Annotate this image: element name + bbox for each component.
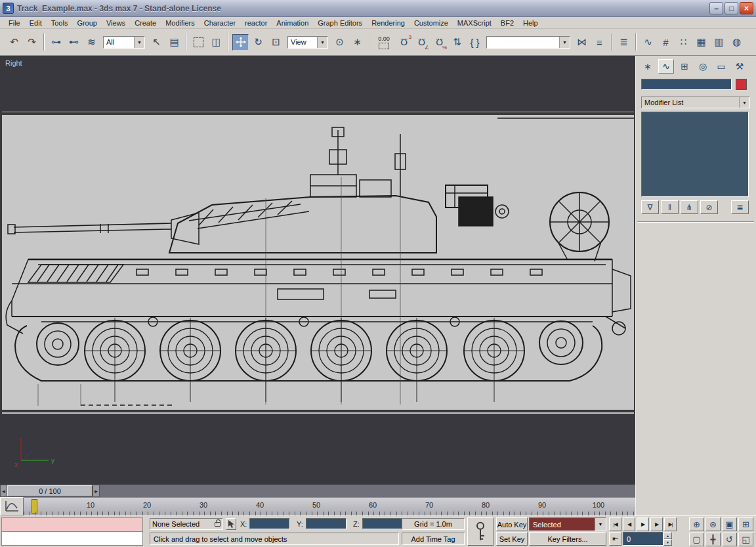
maxscript-mini-listener-macro[interactable]	[1, 517, 143, 532]
zoom-extents-icon[interactable]: ▣	[722, 517, 737, 531]
menu-modifiers[interactable]: Modifiers	[161, 18, 200, 28]
selection-filter-dropdown[interactable]: All ▼	[103, 36, 145, 49]
minimize-button[interactable]: –	[709, 2, 723, 14]
menu-character[interactable]: Character	[200, 18, 240, 28]
current-frame-field[interactable]: 0	[623, 532, 663, 546]
z-coordinate-field[interactable]	[362, 518, 403, 529]
pin-stack-button[interactable]: ∇	[641, 200, 659, 214]
unlink-selection-icon[interactable]: ⊷	[66, 34, 82, 51]
time-slider-handle[interactable]: 0 / 100	[7, 485, 93, 496]
curve-editor-icon[interactable]: ∿	[640, 34, 656, 51]
viewport-right[interactable]: Right	[0, 56, 635, 485]
object-color-swatch[interactable]	[736, 79, 747, 90]
tab-display-icon[interactable]: ▭	[713, 59, 729, 74]
menu-animation[interactable]: Animation	[272, 18, 313, 28]
set-key-button[interactable]: Set Key	[496, 532, 528, 546]
remove-modifier-button[interactable]: ⊘	[700, 200, 718, 214]
select-object-icon[interactable]: ↖	[148, 34, 165, 51]
menu-customize[interactable]: Customize	[410, 18, 453, 28]
named-selection-dropdown[interactable]: ▼	[486, 36, 570, 49]
make-unique-button[interactable]: ⋔	[681, 200, 698, 214]
select-and-manipulate-icon[interactable]: ∗	[349, 34, 366, 51]
quick-render-icon[interactable]: ◍	[728, 34, 745, 51]
go-to-end-button[interactable]: ▶|	[664, 517, 677, 531]
material-editor-icon[interactable]: ∷	[675, 34, 692, 51]
object-name-input[interactable]	[641, 79, 732, 90]
chevron-down-icon[interactable]: ▼	[595, 518, 606, 531]
min-max-toggle-icon[interactable]: ◱	[738, 533, 753, 546]
arc-rotate-icon[interactable]: ↺	[722, 533, 737, 546]
undo-icon[interactable]: ↶	[6, 34, 22, 51]
menu-tools[interactable]: Tools	[47, 18, 73, 28]
track-bar-ruler[interactable]: 10 20 30 40 50 60 70 80 90 100	[24, 497, 635, 515]
selection-lock-icon[interactable]	[215, 522, 220, 527]
select-and-link-icon[interactable]: ⊶	[48, 34, 64, 51]
pan-icon[interactable]: ╋	[705, 533, 721, 546]
menu-rendering[interactable]: Rendering	[367, 18, 410, 28]
tab-modify-icon[interactable]: ∿	[658, 59, 674, 74]
menu-file[interactable]: File	[4, 18, 25, 28]
menu-graph-editors[interactable]: Graph Editors	[313, 18, 367, 28]
spinner-down-icon[interactable]: ▾	[663, 539, 672, 546]
modifier-stack-list[interactable]	[641, 112, 749, 197]
zoom-extents-all-icon[interactable]: ⊞	[738, 517, 753, 531]
zoom-region-icon[interactable]: ▢	[689, 533, 704, 546]
reference-coordinate-dropdown[interactable]: View ▼	[287, 36, 328, 49]
configure-modifier-sets-button[interactable]: ≣	[731, 200, 749, 214]
menu-create[interactable]: Create	[130, 18, 161, 28]
open-mini-curve-editor-button[interactable]	[0, 497, 24, 515]
select-and-rotate-icon[interactable]: ↻	[250, 34, 266, 51]
tab-motion-icon[interactable]: ◎	[695, 59, 711, 74]
zoom-all-icon[interactable]: ⊛	[705, 517, 721, 531]
named-selection-sets-icon[interactable]: { }	[467, 34, 483, 51]
go-to-start-button[interactable]: |◀	[609, 517, 621, 531]
menu-bf2[interactable]: BF2	[496, 18, 518, 28]
show-end-result-button[interactable]: ‖	[661, 200, 679, 214]
time-slider-right-arrow[interactable]: ▸	[93, 485, 100, 497]
modifier-list-dropdown[interactable]: Modifier List ▼	[641, 97, 750, 108]
spinner-snap-icon[interactable]: ⇅	[449, 34, 465, 51]
layer-manager-icon[interactable]: ≣	[616, 34, 632, 51]
tab-utilities-icon[interactable]: ⚒	[732, 59, 747, 74]
previous-frame-button[interactable]: ◀	[623, 517, 635, 531]
add-time-tag[interactable]: Add Time Tag	[402, 533, 465, 545]
maxscript-mini-listener[interactable]	[1, 532, 143, 546]
schematic-view-icon[interactable]: #	[658, 34, 674, 51]
play-button[interactable]: ▶	[637, 517, 649, 531]
chevron-down-icon[interactable]: ▼	[559, 37, 570, 48]
set-keys-button[interactable]	[467, 517, 494, 546]
auto-key-button[interactable]: Auto Key	[496, 517, 528, 531]
snap-toggle-icon[interactable]: Ω 3	[396, 34, 412, 51]
rectangular-selection-region-icon[interactable]	[190, 34, 207, 51]
angle-snap-icon[interactable]: Ω ∠	[413, 34, 430, 51]
menu-maxscript[interactable]: MAXScript	[453, 18, 496, 28]
x-coordinate-field[interactable]	[249, 518, 290, 529]
key-filters-button[interactable]: Key Filters...	[529, 532, 606, 546]
y-coordinate-field[interactable]	[306, 518, 346, 529]
mirror-icon[interactable]: ⋈	[574, 34, 590, 51]
menu-edit[interactable]: Edit	[25, 18, 47, 28]
menu-reactor[interactable]: reactor	[240, 18, 272, 28]
percent-snap-spinner[interactable]: 0.00	[374, 35, 394, 49]
menu-help[interactable]: Help	[518, 18, 543, 28]
align-icon[interactable]: ≡	[591, 34, 608, 51]
absolute-offset-toggle[interactable]	[226, 518, 236, 530]
chevron-down-icon[interactable]: ▼	[134, 37, 144, 48]
menu-group[interactable]: Group	[72, 18, 102, 28]
key-mode-toggle-button[interactable]: ⇤	[609, 532, 621, 546]
spinner-up-icon[interactable]: ▴	[663, 532, 672, 539]
render-type-icon[interactable]: ▥	[711, 34, 727, 51]
tab-create-icon[interactable]: ∗	[640, 59, 656, 74]
select-and-scale-icon[interactable]: ⊡	[268, 34, 284, 51]
percent-snap-icon[interactable]: Ω %	[431, 34, 448, 51]
key-filter-mode-dropdown[interactable]: Selected ▼	[529, 517, 606, 531]
select-by-name-icon[interactable]: ▤	[166, 34, 182, 51]
restore-button[interactable]: □	[724, 2, 738, 14]
viewport-label[interactable]: Right	[5, 59, 22, 67]
use-pivot-center-icon[interactable]: ⊙	[331, 34, 348, 51]
chevron-down-icon[interactable]: ▼	[739, 97, 749, 108]
close-button[interactable]: ×	[740, 2, 753, 14]
redo-icon[interactable]: ↷	[24, 34, 40, 51]
menu-views[interactable]: Views	[102, 18, 130, 28]
tab-hierarchy-icon[interactable]: ⊞	[677, 59, 692, 74]
